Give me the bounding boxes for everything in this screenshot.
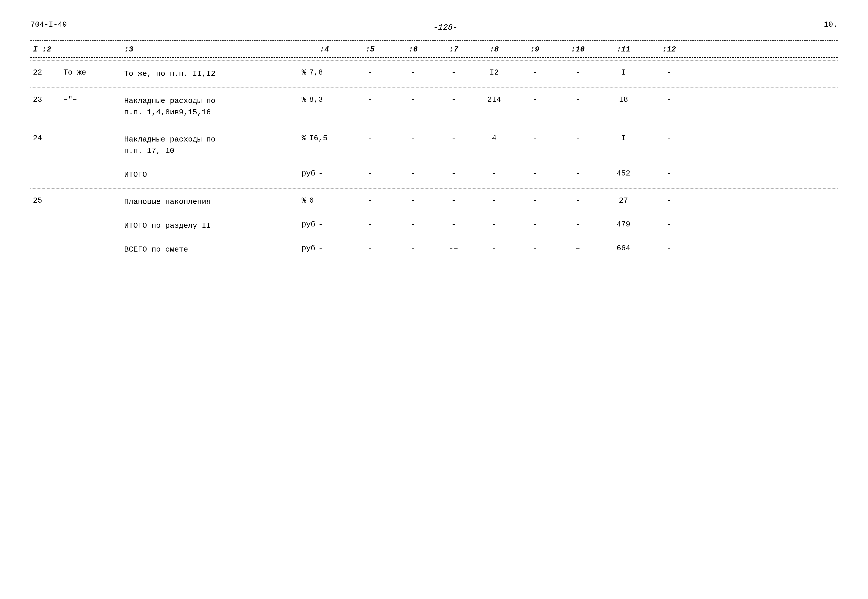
row-c11: 479: [601, 220, 646, 229]
row-c12: -: [646, 68, 692, 77]
unit-label: руб: [302, 169, 315, 178]
row-unit: % I6,5: [302, 134, 347, 143]
page-number: 10.: [824, 20, 838, 29]
unit-label: руб: [302, 220, 315, 229]
unit-value: I6,5: [309, 134, 327, 143]
row-description: ИТОГО по разделу II: [124, 220, 302, 232]
row-c6: -: [393, 95, 433, 104]
table-row: ВСЕГО по смете руб - - - -– - - – 664 -: [30, 237, 838, 258]
col-header-9: :9: [515, 45, 555, 54]
table-row: 22 То же То же, по п.п. II,I2 % 7,8 - - …: [30, 60, 838, 82]
row-c9: -: [515, 95, 555, 104]
row-c6: -: [393, 169, 433, 178]
row-c6: -: [393, 244, 433, 253]
row-c8: I2: [474, 68, 515, 77]
row-c12: -: [646, 95, 692, 104]
col-header-12: :12: [646, 45, 692, 54]
row-c11: I8: [601, 95, 646, 104]
row-c11: I: [601, 134, 646, 143]
column-header-row: I :2 :3 :4 :5 :6 :7 :8 :9 :10 :11 :12: [30, 41, 838, 58]
row-c6: -: [393, 68, 433, 77]
row-c11: 27: [601, 196, 646, 205]
row-c7: -: [433, 196, 474, 205]
row-description: Накладные расходы по п.п. 1,4,8ив9,15,16: [124, 95, 302, 118]
row-c7: -: [433, 134, 474, 143]
row-c7: -–: [433, 244, 474, 253]
row-description: Накладные расходы по п.п. 17, 10: [124, 134, 302, 157]
doc-id: 704-I-49: [30, 20, 67, 29]
row-col2: То же: [61, 68, 124, 77]
row-c5: -: [347, 68, 393, 77]
row-c5: -: [347, 196, 393, 205]
row-c8: -: [474, 244, 515, 253]
unit-value: -: [318, 220, 323, 229]
table-row: ИТОГО руб - - - - - - - 452 -: [30, 162, 838, 183]
row-c8: -: [474, 220, 515, 229]
row-description: Плановые накопления: [124, 196, 302, 208]
row-c6: -: [393, 196, 433, 205]
unit-label: руб: [302, 244, 315, 253]
row-c10: –: [555, 244, 601, 253]
table-body: 22 То же То же, по п.п. II,I2 % 7,8 - - …: [30, 60, 838, 258]
row-c7: -: [433, 68, 474, 77]
col-header-6: :6: [393, 45, 433, 54]
table-row: 25 Плановые накопления % 6 - - - - - - 2…: [30, 188, 838, 210]
row-description: ВСЕГО по смете: [124, 244, 302, 255]
row-c10: -: [555, 220, 601, 229]
row-c9: -: [515, 134, 555, 143]
col-header-3: :3: [124, 45, 302, 54]
row-c10: -: [555, 95, 601, 104]
row-c6: -: [393, 134, 433, 143]
row-c7: -: [433, 169, 474, 178]
row-c10: -: [555, 169, 601, 178]
row-c5: -: [347, 95, 393, 104]
unit-value: 6: [309, 196, 314, 205]
table-row: ИТОГО по разделу II руб - - - - - - - 47…: [30, 213, 838, 234]
row-c12: -: [646, 220, 692, 229]
row-col2: –"–: [61, 95, 124, 104]
row-unit: руб -: [302, 169, 347, 178]
unit-label: %: [302, 95, 306, 104]
main-table: I :2 :3 :4 :5 :6 :7 :8 :9 :10 :11 :12 22…: [30, 40, 838, 258]
page-header: 704-I-49 -128- 10.: [30, 20, 838, 32]
row-description: ИТОГО: [124, 169, 302, 181]
row-unit: % 6: [302, 196, 347, 205]
row-c5: -: [347, 134, 393, 143]
col-header-10: :10: [555, 45, 601, 54]
row-c12: -: [646, 169, 692, 178]
table-row: 23 –"– Накладные расходы по п.п. 1,4,8ив…: [30, 87, 838, 120]
unit-label: %: [302, 134, 306, 143]
row-c10: -: [555, 196, 601, 205]
unit-label: %: [302, 196, 306, 205]
row-c9: -: [515, 244, 555, 253]
page-title: -128-: [67, 23, 824, 32]
row-c10: -: [555, 68, 601, 77]
row-c5: -: [347, 244, 393, 253]
row-c8: -: [474, 196, 515, 205]
row-c11: I: [601, 68, 646, 77]
row-c12: -: [646, 196, 692, 205]
row-num: 24: [30, 134, 61, 143]
row-unit: % 8,3: [302, 95, 347, 104]
row-c6: -: [393, 220, 433, 229]
row-c5: -: [347, 169, 393, 178]
unit-value: -: [318, 169, 323, 178]
row-c8: 4: [474, 134, 515, 143]
row-c9: -: [515, 169, 555, 178]
row-c7: -: [433, 95, 474, 104]
row-c7: -: [433, 220, 474, 229]
col-header-5: :5: [347, 45, 393, 54]
row-c9: -: [515, 220, 555, 229]
row-c9: -: [515, 196, 555, 205]
row-description: То же, по п.п. II,I2: [124, 68, 302, 80]
unit-value: -: [318, 244, 323, 253]
row-c11: 452: [601, 169, 646, 178]
row-c9: -: [515, 68, 555, 77]
col-header-1: I :2: [30, 45, 61, 54]
row-num: 23: [30, 95, 61, 104]
row-c10: -: [555, 134, 601, 143]
row-c5: -: [347, 220, 393, 229]
table-row: 24 Накладные расходы по п.п. 17, 10 % I6…: [30, 126, 838, 159]
row-num: 25: [30, 196, 61, 205]
unit-label: %: [302, 68, 306, 77]
